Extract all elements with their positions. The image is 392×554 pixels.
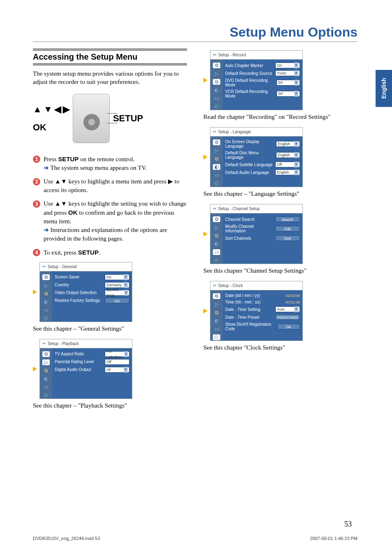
- panel-side-icons: ⚙▷⧉◐▭⏲: [210, 137, 223, 187]
- setting-label: Default Audio Language: [225, 170, 269, 175]
- setting-value: 01/01/06: [275, 294, 300, 298]
- panel-title-text: Setup - Clock: [218, 283, 243, 288]
- setting-label: Parental Rating Level: [55, 359, 94, 364]
- page-content: Setup Menu Options Accessing the Setup M…: [33, 25, 357, 416]
- setting-row: DVD Default Recording ModeSP▼: [225, 78, 300, 87]
- panel-main: Channel SearchSearchModify Channel Infor…: [223, 213, 302, 264]
- setting-row: Digital Audio OutputAll▼: [55, 367, 129, 373]
- step-1-badge: 1: [33, 155, 40, 163]
- setting-label: Digital Audio Output: [55, 367, 91, 372]
- step-3: 3 Use ▲▼ keys to highlight the setting y…: [33, 199, 187, 243]
- caption-channel: See this chapter "Channel Setup Settings…: [203, 267, 357, 274]
- setting-value: English▼: [276, 141, 300, 147]
- panel-side-icons: ⚙▷⧉◐▭⏲: [210, 290, 223, 341]
- side-play-icon: ▷: [42, 283, 50, 288]
- dropdown-arrow-icon: ▼: [124, 274, 128, 280]
- panel-title: Setup - Clock: [210, 281, 302, 290]
- dropdown-arrow-icon: ▼: [125, 290, 128, 296]
- setting-value: Sort: [275, 235, 300, 241]
- setting-label: On Screen Display Language: [225, 139, 276, 148]
- step-4-badge: 4: [33, 249, 40, 256]
- panel-title-text: Setup - General: [48, 264, 77, 269]
- setting-value: On▼: [105, 274, 129, 280]
- setting-value: English▼: [276, 152, 300, 158]
- setting-label: Restore Factory Settings: [55, 298, 100, 303]
- setting-value: 4:3 Letterbox▼: [105, 351, 129, 357]
- side-rec-icon: ⧉: [213, 79, 220, 85]
- panel-playback-row: Setup - Playback⚙▷⧉◐▭⏲TV Aspect Ratio4:3…: [33, 339, 187, 399]
- panel-title: Setup - Record: [210, 51, 302, 60]
- panel-general-row: Setup - General⚙▷⧉◐▭⏲Screen SaverOn▼Coun…: [33, 262, 187, 322]
- panel-playback: Setup - Playback⚙▷⧉◐▭⏲TV Aspect Ratio4:3…: [39, 339, 132, 399]
- setting-label: Date - Time Setting: [225, 307, 261, 312]
- side-tv-icon: ▭: [213, 172, 220, 178]
- remote-setup-label: SETUP: [113, 113, 143, 124]
- setting-value: Off▼: [275, 162, 300, 167]
- remote-image: [73, 94, 110, 143]
- setting-value: SP▼: [277, 91, 300, 97]
- setting-row: Date - Time PresetP001/Ch003: [225, 314, 300, 320]
- pointer-icon: [203, 155, 208, 160]
- panel-title-text: Setup - Channel Setup: [218, 206, 260, 211]
- tools-icon: [42, 341, 46, 346]
- panel-main: TV Aspect Ratio4:3 Letterbox▼Parental Ra…: [52, 348, 132, 399]
- panel-main: Date (dd / mm / yy)01/01/06Time (hh : mm…: [223, 290, 302, 341]
- panel-main: Auto Chapter MarkerOn▼Default Recording …: [223, 60, 302, 110]
- panel-record-row: Setup - Record⚙▷⧉◐▭⏲Auto Chapter MarkerO…: [203, 50, 357, 110]
- footer-right: 2007-08-01 1:46:23 PM: [310, 536, 357, 541]
- remote-ok-label: OK: [33, 122, 69, 133]
- tools-icon: [213, 129, 217, 134]
- panel-title-text: Setup - Playback: [48, 341, 79, 346]
- side-rec-icon: ⧉: [213, 310, 220, 315]
- setting-value: SCART RGB▼: [105, 290, 129, 296]
- side-gear-icon: ⚙: [213, 293, 220, 299]
- setting-row: On Screen Display LanguageEnglish▼: [225, 139, 300, 148]
- panel-side-icons: ⚙▷⧉◐▭⏲: [40, 348, 52, 399]
- setting-label: DVD Default Recording Mode: [225, 78, 277, 87]
- side-clock-icon: ⏲: [42, 392, 50, 398]
- panel-title: Setup - Channel Setup: [210, 204, 302, 213]
- dropdown-arrow-icon: ▼: [294, 80, 298, 86]
- panel-title: Setup - General: [40, 262, 132, 271]
- pointer-icon: [203, 308, 208, 313]
- side-gear-icon: ⚙: [42, 351, 50, 357]
- side-lang-icon: ◐: [42, 376, 50, 382]
- setting-label: VCR Default Recording Mode: [225, 89, 277, 98]
- side-lang-icon: ◐: [213, 318, 220, 324]
- setting-label: Date - Time Preset: [225, 315, 259, 320]
- setting-value: 00:01:08: [275, 300, 300, 304]
- setting-row: Default Audio LanguageEnglish▼: [225, 169, 300, 175]
- side-lang-icon: ◐: [42, 299, 50, 305]
- side-gear-icon: ⚙: [42, 274, 50, 280]
- arrow-icon: ➜: [44, 165, 49, 171]
- side-tv-icon: ▭: [42, 307, 50, 313]
- tools-icon: [42, 264, 46, 269]
- tools-icon: [213, 52, 217, 58]
- setting-row: Channel SearchSearch: [225, 216, 300, 222]
- panel-clock: Setup - Clock⚙▷⧉◐▭⏲Date (dd / mm / yy)01…: [210, 281, 303, 341]
- setting-label: Show DivX® Registration Code: [225, 322, 277, 331]
- panel-side-icons: ⚙▷⧉◐▭⏲: [210, 60, 223, 110]
- setting-label: Sort Channels: [225, 236, 251, 241]
- setting-value: SP▼: [277, 80, 300, 86]
- setting-label: Default Disc Menu Language: [225, 151, 276, 160]
- side-lang-icon: ◐: [213, 164, 220, 170]
- right-column: Setup - Record⚙▷⧉◐▭⏲Auto Chapter MarkerO…: [203, 49, 357, 416]
- side-gear-icon: ⚙: [213, 216, 220, 222]
- panel-general: Setup - General⚙▷⧉◐▭⏲Screen SaverOn▼Coun…: [39, 262, 132, 322]
- remote-diagram: ▲ ▼ ◀ ▶ OK SETUP: [33, 94, 187, 143]
- step-2-badge: 2: [33, 178, 40, 185]
- side-gear-icon: ⚙: [213, 139, 220, 145]
- step-3-badge: 3: [33, 200, 40, 208]
- setting-label: Channel Search: [225, 217, 255, 222]
- setting-row: Show DivX® Registration CodeOK: [225, 322, 300, 331]
- panel-language: Setup - Language⚙▷⧉◐▭⏲On Screen Display …: [210, 127, 303, 187]
- side-clock-icon: ⏲: [213, 104, 220, 109]
- setting-value: OK: [277, 324, 300, 329]
- setting-label: Time (hh : mm : ss): [225, 300, 261, 304]
- tools-icon: [213, 283, 217, 288]
- setting-value: OK: [105, 298, 129, 304]
- tools-icon: [213, 206, 217, 211]
- dropdown-arrow-icon: ▼: [294, 141, 298, 147]
- side-clock-icon: ⏲: [42, 315, 50, 321]
